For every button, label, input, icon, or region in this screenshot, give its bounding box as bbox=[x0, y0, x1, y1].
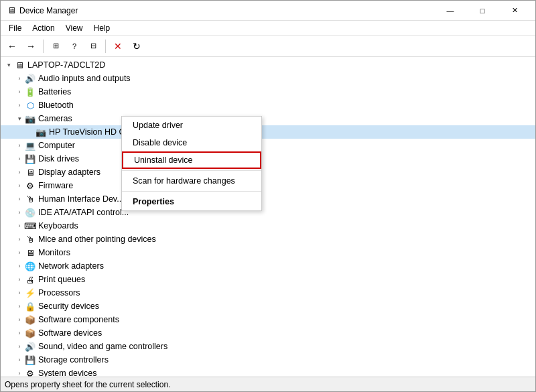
cameras-toggle[interactable]: ▾ bbox=[14, 113, 25, 124]
menu-action[interactable]: Action bbox=[27, 22, 60, 34]
print-icon: 🖨 bbox=[25, 274, 36, 285]
firmware-icon: ⚙ bbox=[25, 180, 36, 191]
tree-item-print[interactable]: › 🖨 Print queues bbox=[1, 273, 535, 286]
tree-item-bluetooth[interactable]: › ⬡ Bluetooth bbox=[1, 99, 535, 112]
tree-item-sound[interactable]: › 🔊 Sound, video and game controllers bbox=[1, 340, 535, 353]
forward-button[interactable]: → bbox=[22, 38, 40, 54]
sw-components-icon: 📦 bbox=[25, 314, 36, 325]
minimize-button[interactable]: — bbox=[435, 1, 466, 21]
tree-item-batteries[interactable]: › 🔋 Batteries bbox=[1, 85, 535, 99]
network-toggle[interactable]: › bbox=[14, 261, 25, 271]
sw-devices-icon: 📦 bbox=[25, 328, 36, 338]
network-icon: 🌐 bbox=[25, 261, 36, 271]
system-toggle[interactable]: › bbox=[14, 368, 25, 377]
device-manager-window: 🖥 Device Manager — □ ✕ File Action View … bbox=[0, 0, 536, 392]
tree-item-system[interactable]: › ⚙ System devices bbox=[1, 367, 535, 377]
hid-label: Human Interface Dev... bbox=[38, 194, 124, 204]
bluetooth-icon: ⬡ bbox=[25, 100, 36, 111]
tree-item-network[interactable]: › 🌐 Network adapters bbox=[1, 259, 535, 273]
context-scan-hardware[interactable]: Scan for hardware changes bbox=[122, 172, 261, 190]
tree-item-sw-components[interactable]: › 📦 Software components bbox=[1, 313, 535, 326]
root-toggle[interactable]: ▾ bbox=[3, 60, 14, 70]
menu-file[interactable]: File bbox=[3, 22, 27, 34]
system-icon: ⚙ bbox=[25, 368, 36, 377]
security-toggle[interactable]: › bbox=[14, 301, 25, 312]
tree-item-monitors[interactable]: › 🖥 Monitors bbox=[1, 246, 535, 259]
device-tree[interactable]: ▾ 🖥 LAPTOP-7ADCLT2D › 🔊 Audio inputs and… bbox=[1, 57, 535, 377]
bluetooth-toggle[interactable]: › bbox=[14, 100, 25, 111]
tree-item-mice[interactable]: › 🖱 Mice and other pointing devices bbox=[1, 233, 535, 246]
network-label: Network adapters bbox=[38, 261, 104, 271]
sw-components-toggle[interactable]: › bbox=[14, 314, 25, 325]
window-title: Device Manager bbox=[19, 6, 435, 15]
menu-help[interactable]: Help bbox=[88, 22, 116, 34]
cameras-label: Cameras bbox=[38, 114, 72, 123]
processors-label: Processors bbox=[38, 288, 80, 298]
help-button[interactable]: ? bbox=[66, 38, 83, 54]
security-icon: 🔒 bbox=[25, 301, 36, 312]
context-properties[interactable]: Properties bbox=[122, 193, 261, 210]
title-bar: 🖥 Device Manager — □ ✕ bbox=[1, 1, 535, 21]
print-toggle[interactable]: › bbox=[14, 274, 25, 285]
computer-toggle[interactable]: › bbox=[14, 140, 25, 151]
tree-item-audio[interactable]: › 🔊 Audio inputs and outputs bbox=[1, 72, 535, 85]
sound-toggle[interactable]: › bbox=[14, 341, 25, 352]
camera-spacer bbox=[25, 127, 36, 137]
monitors-toggle[interactable]: › bbox=[14, 247, 25, 258]
tree-item-disk[interactable]: › 💾 Disk drives bbox=[1, 152, 535, 166]
tree-item-hp-camera[interactable]: 📷 HP TrueVision HD Camera bbox=[1, 125, 535, 139]
disk-icon: 💾 bbox=[25, 153, 36, 164]
menu-view[interactable]: View bbox=[60, 22, 88, 34]
batteries-toggle[interactable]: › bbox=[14, 86, 25, 97]
maximize-button[interactable]: □ bbox=[467, 1, 498, 21]
tree-item-sw-devices[interactable]: › 📦 Software devices bbox=[1, 326, 535, 340]
disk-toggle[interactable]: › bbox=[14, 153, 25, 164]
sw-devices-toggle[interactable]: › bbox=[14, 328, 25, 338]
toolbar-sep-2 bbox=[105, 40, 106, 53]
tree-item-hid[interactable]: › 🖱 Human Interface Dev... bbox=[1, 192, 535, 206]
context-update-driver[interactable]: Update driver bbox=[122, 117, 261, 134]
sound-label: Sound, video and game controllers bbox=[38, 342, 168, 351]
mice-toggle[interactable]: › bbox=[14, 234, 25, 245]
tree-root[interactable]: ▾ 🖥 LAPTOP-7ADCLT2D bbox=[1, 58, 535, 72]
batteries-label: Batteries bbox=[38, 87, 71, 96]
print-label: Print queues bbox=[38, 275, 85, 284]
hid-icon: 🖱 bbox=[25, 194, 36, 204]
back-button[interactable]: ← bbox=[3, 38, 21, 54]
scan-button[interactable]: ⊟ bbox=[84, 38, 102, 54]
app-icon: 🖥 bbox=[6, 5, 17, 16]
tree-item-keyboards[interactable]: › ⌨ Keyboards bbox=[1, 219, 535, 233]
computer-label: Computer bbox=[38, 141, 75, 150]
tree-item-firmware[interactable]: › ⚙ Firmware bbox=[1, 179, 535, 192]
context-uninstall-device[interactable]: Uninstall device bbox=[122, 151, 261, 169]
processors-toggle[interactable]: › bbox=[14, 287, 25, 298]
display-toggle[interactable]: › bbox=[14, 167, 25, 178]
tree-item-ide[interactable]: › 💿 IDE ATA/ATAPI control... bbox=[1, 206, 535, 219]
tree-item-security[interactable]: › 🔒 Security devices bbox=[1, 300, 535, 313]
tree-item-processors[interactable]: › ⚡ Processors bbox=[1, 286, 535, 300]
tree-item-cameras[interactable]: ▾ 📷 Cameras bbox=[1, 112, 535, 125]
refresh-button[interactable]: ↻ bbox=[128, 38, 145, 54]
storage-toggle[interactable]: › bbox=[14, 354, 25, 365]
sw-components-label: Software components bbox=[38, 315, 119, 324]
sw-devices-label: Software devices bbox=[38, 328, 102, 338]
firmware-toggle[interactable]: › bbox=[14, 180, 25, 191]
ide-toggle[interactable]: › bbox=[14, 207, 25, 218]
bluetooth-label: Bluetooth bbox=[38, 101, 74, 110]
processors-icon: ⚡ bbox=[25, 287, 36, 298]
system-label: System devices bbox=[38, 369, 97, 377]
tree-item-storage[interactable]: › 💾 Storage controllers bbox=[1, 353, 535, 367]
properties-button[interactable]: ⊞ bbox=[47, 38, 64, 54]
close-button[interactable]: ✕ bbox=[499, 1, 530, 21]
window-controls: — □ ✕ bbox=[435, 1, 530, 21]
ide-label: IDE ATA/ATAPI control... bbox=[38, 208, 129, 217]
firmware-label: Firmware bbox=[38, 181, 73, 190]
mice-label: Mice and other pointing devices bbox=[38, 235, 156, 244]
audio-toggle[interactable]: › bbox=[14, 73, 25, 84]
uninstall-button[interactable]: ✕ bbox=[109, 38, 127, 54]
display-icon: 🖥 bbox=[25, 167, 36, 178]
hid-toggle[interactable]: › bbox=[14, 194, 25, 204]
context-disable-device[interactable]: Disable device bbox=[122, 134, 261, 151]
tree-item-display[interactable]: › 🖥 Display adapters bbox=[1, 166, 535, 179]
tree-item-computer[interactable]: › 💻 Computer bbox=[1, 139, 535, 152]
